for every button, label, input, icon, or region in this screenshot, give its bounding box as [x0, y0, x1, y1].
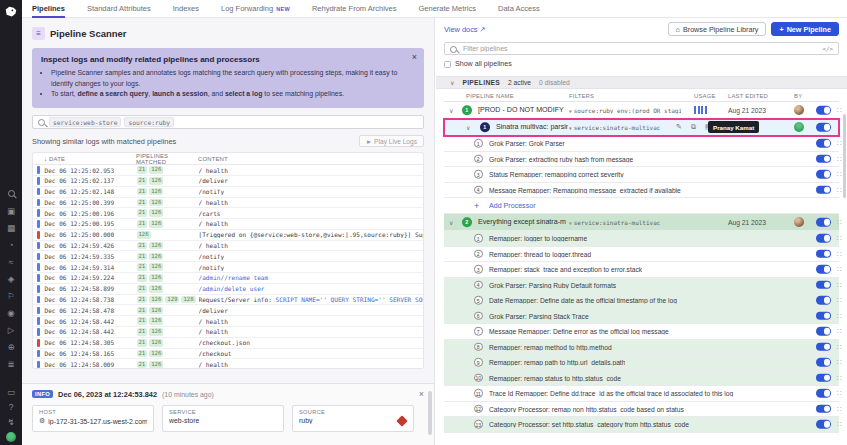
shortcuts-icon[interactable]: ↯ — [6, 417, 17, 428]
drag-handle-icon[interactable]: ∷ — [837, 185, 842, 194]
pipelines-group-header[interactable]: ∨ PIPELINES 2 active 0 disabled — [436, 76, 847, 89]
avatar[interactable] — [794, 122, 804, 132]
drag-handle-icon[interactable]: ∷ — [837, 170, 842, 179]
log-row[interactable]: Dec 06 12:24:58.73821126129128Request/Se… — [33, 295, 423, 306]
right-panel-scrollbar[interactable] — [843, 114, 846, 198]
processor-enabled-toggle[interactable] — [816, 281, 831, 290]
log-row[interactable]: Dec 06 12:24:59.22421126/admin//rename_t… — [33, 273, 423, 284]
column-date[interactable]: ↓ DATE — [44, 156, 136, 162]
clone-icon[interactable]: ⧉ — [691, 123, 696, 131]
rum-icon[interactable]: ▷ — [6, 325, 17, 336]
help-icon[interactable]: ? — [6, 402, 17, 413]
processor-row[interactable]: 5Date Remapper: Define date as the offic… — [444, 293, 839, 309]
drag-handle-icon[interactable]: ∷ — [837, 358, 842, 367]
processor-enabled-toggle[interactable] — [816, 389, 831, 398]
drag-handle-icon[interactable]: ∷ — [837, 106, 842, 115]
detail-field-source[interactable]: SOURCEruby — [292, 405, 414, 432]
drag-handle-icon[interactable]: ∷ — [837, 139, 842, 148]
log-row[interactable]: Dec 06 12:24:59.33521126/notify — [33, 251, 423, 262]
left-panel-scrollbar[interactable] — [428, 391, 432, 435]
watchdog-icon[interactable]: ⚐ — [6, 291, 17, 302]
processor-row[interactable]: 8Remapper: remap method to http.method∷ — [444, 340, 839, 356]
processor-enabled-toggle[interactable] — [816, 155, 831, 164]
processor-enabled-toggle[interactable] — [816, 405, 831, 414]
drag-handle-icon[interactable]: ∷ — [837, 404, 842, 413]
drag-handle-icon[interactable]: ∷ — [837, 234, 842, 243]
processor-enabled-toggle[interactable] — [816, 170, 831, 179]
detail-field-service[interactable]: SERVICEweb-store — [162, 405, 284, 432]
monitors-icon[interactable]: ◔ — [6, 240, 17, 251]
search-icon[interactable] — [6, 189, 17, 200]
processor-row[interactable]: 9Remapper: remap path to http.url_detail… — [444, 355, 839, 371]
logs-icon[interactable]: ≣ — [6, 359, 17, 370]
avatar[interactable] — [794, 217, 804, 227]
pipeline-enabled-toggle[interactable] — [816, 106, 831, 115]
log-search-input[interactable]: service:web-storesource:ruby — [32, 115, 424, 129]
processor-enabled-toggle[interactable] — [816, 139, 831, 148]
detail-field-host[interactable]: HOST⚙ip-172-31-35-127.us-west-2.compute.… — [32, 405, 154, 432]
drag-handle-icon[interactable]: ∷ — [837, 420, 842, 429]
tab-log-forwarding[interactable]: Log ForwardingNEW — [221, 0, 290, 18]
filter-pipelines-input[interactable] — [461, 44, 819, 53]
pipeline-row-sinatra-multivac-parsing[interactable]: ∨1Sinatra multivac: parsing▼service:sina… — [444, 119, 839, 136]
log-row[interactable]: Dec 06 12:25:00.19521126/_health — [33, 219, 423, 230]
chevron-down-icon[interactable]: ∨ — [466, 124, 470, 131]
drag-handle-icon[interactable]: ∷ — [837, 218, 842, 227]
processor-enabled-toggle[interactable] — [816, 265, 831, 274]
edit-icon[interactable]: ✎ — [676, 123, 682, 131]
new-pipeline-button[interactable]: +New Pipeline — [771, 22, 839, 36]
tab-data-access[interactable]: Data Access — [498, 0, 540, 18]
processor-enabled-toggle[interactable] — [816, 327, 831, 336]
pipeline-enabled-toggle[interactable] — [816, 218, 831, 227]
search-token[interactable]: source:ruby — [124, 117, 174, 127]
datadog-logo[interactable] — [4, 4, 19, 19]
pipeline-row-everything-except-sinatra-mu[interactable]: ∨2Everything except sinatra-multiv...▼se… — [444, 214, 839, 231]
drag-handle-icon[interactable]: ∷ — [837, 154, 842, 163]
view-docs-link[interactable]: View docs ↗ — [444, 25, 486, 34]
code-syntax-icon[interactable]: </> — [823, 46, 833, 52]
processor-enabled-toggle[interactable] — [816, 343, 831, 352]
metrics-icon[interactable]: ≈ — [6, 257, 17, 268]
processor-row[interactable]: 4Grok Parser: Parsing Ruby Default forma… — [444, 278, 839, 294]
ci-cd-icon[interactable]: ⊕ — [6, 342, 17, 353]
processor-enabled-toggle[interactable] — [816, 186, 831, 195]
processor-enabled-toggle[interactable] — [816, 312, 831, 321]
drag-handle-icon[interactable]: ∷ — [837, 265, 842, 274]
drag-handle-icon[interactable]: ∷ — [837, 296, 842, 305]
log-row[interactable]: Dec 06 12:24:58.47821126/deliver — [33, 305, 423, 316]
processor-row[interactable]: 7Message Remapper: Define error as the o… — [444, 324, 839, 340]
chevron-down-icon[interactable]: ∨ — [449, 219, 453, 226]
processor-row[interactable]: 12Category Processor: remap non http.sta… — [444, 402, 839, 418]
log-row[interactable]: Dec 06 12:24:58.44221126/_health — [33, 316, 423, 327]
processor-row[interactable]: 10Remapper: remap status to http.status_… — [444, 371, 839, 387]
drag-handle-icon[interactable]: ∷ — [837, 389, 842, 398]
show-all-pipelines-toggle[interactable]: Show all pipelines — [444, 60, 839, 68]
log-row[interactable]: Dec 06 12:25:02.14821126/notify — [33, 187, 423, 198]
processor-row[interactable]: 1Remapper: logger to loggername∷ — [444, 231, 839, 247]
chat-icon[interactable]: ▭ — [6, 387, 17, 398]
log-row[interactable]: Dec 06 12:24:59.31421126/notify — [33, 262, 423, 273]
search-token[interactable]: service:web-store — [49, 117, 121, 127]
processor-row[interactable]: 11Trace Id Remapper: Define dd.trace_id … — [444, 386, 839, 402]
processor-enabled-toggle[interactable] — [816, 296, 831, 305]
drag-handle-icon[interactable]: ∷ — [837, 327, 842, 336]
processor-row[interactable]: 2Remapper: thread to logger.thread∷ — [444, 247, 839, 263]
processor-row[interactable]: 13Category Processor: set http.status_ca… — [444, 417, 839, 433]
avatar[interactable] — [794, 105, 804, 115]
log-row[interactable]: Dec 06 12:25:02.95321126/_health — [33, 165, 423, 176]
log-row[interactable]: Dec 06 12:24:58.89921126/admin/delete_us… — [33, 284, 423, 295]
infrastructure-icon[interactable]: ▣ — [6, 206, 17, 217]
banner-close-icon[interactable]: × — [412, 52, 417, 62]
log-row[interactable]: Dec 06 12:24:58.16521126/checkout — [33, 349, 423, 360]
close-icon[interactable]: × — [419, 389, 424, 399]
drag-handle-icon[interactable]: ∷ — [837, 342, 842, 351]
filter-pipelines-field[interactable]: </> — [444, 42, 839, 55]
tab-standard-attributes[interactable]: Standard Attributes — [87, 0, 151, 18]
log-row[interactable]: Dec 06 12:25:02.13721126/deliver — [33, 176, 423, 187]
apm-icon[interactable]: ◈ — [6, 274, 17, 285]
log-row[interactable]: Dec 06 12:25:00.000126[Triggered on {@se… — [33, 230, 423, 241]
synthetics-icon[interactable]: ◉ — [6, 308, 17, 319]
tab-generate-metrics[interactable]: Generate Metrics — [419, 0, 477, 18]
chevron-down-icon[interactable]: ∨ — [449, 107, 453, 114]
processor-row[interactable]: 1Grok Parser: Grok Parser∷ — [444, 136, 839, 152]
